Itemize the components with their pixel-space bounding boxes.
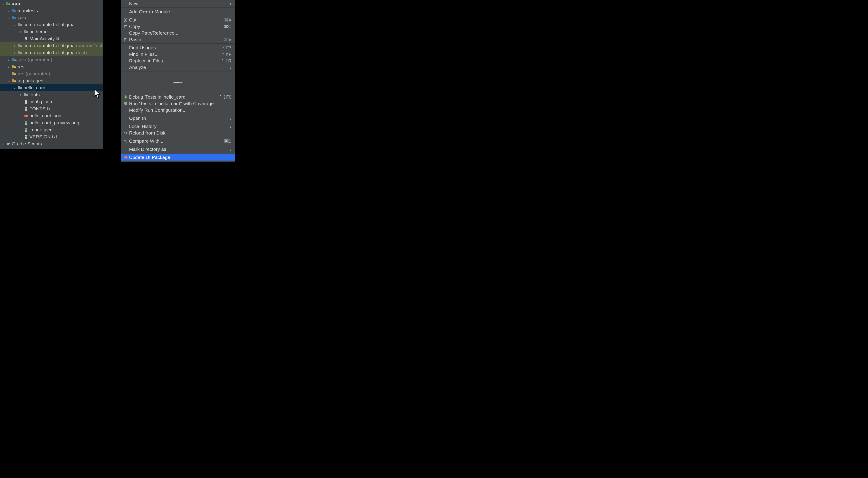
tree-row[interactable]: ›res: [0, 63, 103, 70]
tree-row[interactable]: config.json: [0, 98, 103, 105]
tree-row[interactable]: ⌄java: [0, 14, 103, 21]
svg-rect-37: [18, 87, 22, 89]
tree-row[interactable]: ›ui.theme: [0, 28, 103, 35]
text-file-icon: [24, 106, 29, 111]
menu-item[interactable]: Find in Files...⌃⇧F: [121, 51, 235, 57]
menu-item[interactable]: Update UI Package: [121, 154, 235, 160]
tree-row[interactable]: FONTS.txt: [0, 105, 103, 112]
tree-item-label: res: [18, 71, 24, 77]
svg-rect-57: [25, 135, 27, 139]
menu-item[interactable]: Mark Directory as›: [121, 146, 235, 152]
svg-rect-23: [12, 58, 14, 59]
reload-icon: [123, 131, 129, 135]
menu-item[interactable]: Find Usages⌥F7: [121, 44, 235, 51]
tree-item-label: app: [12, 1, 20, 6]
menu-item[interactable]: Local History›: [121, 123, 235, 129]
svg-rect-11: [24, 30, 26, 31]
tree-row[interactable]: ›fonts: [0, 91, 103, 98]
folder-icon: [12, 15, 17, 20]
chevron-right-icon[interactable]: ›: [12, 43, 18, 48]
menu-item[interactable]: Paste⌘V: [121, 36, 235, 43]
menu-separator: [121, 7, 235, 8]
tree-row[interactable]: hello_card.json: [0, 112, 103, 119]
chevron-right-icon: ›: [230, 65, 231, 70]
tree-row[interactable]: ›Gradle Scripts: [0, 140, 103, 147]
menu-item[interactable]: Copy Path/Reference...: [121, 30, 235, 36]
chevron-down-icon[interactable]: ⌄: [12, 22, 18, 27]
chevron-down-icon[interactable]: ⌄: [6, 16, 12, 20]
svg-rect-43: [25, 108, 27, 108]
menu-separator: [121, 153, 235, 153]
menu-item-label: Modify Run Configuration...: [129, 108, 231, 113]
tree-item-label: ui.theme: [29, 29, 48, 34]
menu-separator: [121, 93, 235, 93]
project-tree: ⌄app›manifests⌄java⌄com.example.hellofig…: [0, 0, 103, 149]
coverage-icon: [123, 101, 129, 106]
menu-item-shortcut: ⌃⇧R: [221, 58, 231, 63]
tree-row[interactable]: image.jpeg: [0, 126, 103, 133]
menu-item[interactable]: Modify Run Configuration...: [121, 107, 235, 113]
menu-item[interactable]: New›: [121, 0, 235, 7]
chevron-right-icon: ›: [230, 147, 231, 152]
svg-rect-8: [18, 23, 20, 24]
chevron-right-icon[interactable]: ›: [12, 51, 18, 55]
chevron-down-icon[interactable]: ⌄: [0, 1, 6, 6]
svg-point-65: [124, 21, 125, 22]
chevron-down-icon[interactable]: ⌄: [6, 79, 12, 83]
chevron-right-icon[interactable]: ›: [6, 8, 12, 13]
chevron-right-icon: ›: [230, 116, 231, 121]
chevron-right-icon[interactable]: ›: [6, 58, 12, 62]
menu-item[interactable]: Replace in Files...⌃⇧R: [121, 57, 235, 64]
menu-item[interactable]: Copy⌘C: [121, 23, 235, 30]
tree-row[interactable]: ›java(generated): [0, 56, 103, 63]
chevron-right-icon[interactable]: ›: [18, 30, 24, 34]
svg-rect-17: [18, 44, 20, 45]
chevron-down-icon[interactable]: ⌄: [12, 86, 18, 90]
svg-rect-61: [25, 138, 26, 138]
chevron-right-icon[interactable]: ›: [6, 65, 12, 69]
svg-rect-5: [12, 17, 16, 19]
menu-item-shortcut: ⌃⇧F: [221, 52, 231, 57]
chevron-right-icon[interactable]: ›: [0, 142, 6, 146]
tree-item-label: image.jpeg: [29, 127, 53, 132]
menu-item[interactable]: Reload from Disk: [121, 129, 235, 136]
menu-item[interactable]: Compare With...⌘D: [121, 138, 235, 144]
menu-item[interactable]: Open In›: [121, 115, 235, 121]
svg-rect-46: [25, 110, 26, 110]
menu-separator: [121, 122, 235, 122]
svg-rect-39: [24, 94, 28, 96]
svg-point-9: [21, 24, 22, 25]
menu-item[interactable]: Cut⌘X: [121, 17, 235, 23]
tree-row[interactable]: hello_card_preview.png: [0, 119, 103, 126]
tree-row[interactable]: ⌄com.example.hellofigma: [0, 21, 103, 28]
tree-item-label: res: [18, 64, 24, 69]
tree-row[interactable]: ›com.example.hellofigma(test): [0, 49, 103, 56]
menu-separator: [121, 71, 235, 71]
svg-rect-70: [125, 38, 126, 39]
package-icon: [18, 22, 23, 27]
svg-rect-3: [12, 10, 16, 12]
tree-row[interactable]: ⌄ui-packages: [0, 77, 103, 84]
menu-item-label: Analyze: [129, 65, 230, 70]
tree-row[interactable]: MainActivity.kt: [0, 35, 103, 42]
svg-rect-45: [25, 109, 27, 109]
menu-item[interactable]: Debug 'Tests in 'hello_card''⌃⇧F9: [121, 94, 235, 100]
tree-item-label: com.example.hellofigma: [24, 50, 74, 55]
menu-separator: [121, 16, 235, 16]
tree-row[interactable]: ›com.example.hellofigma(androidTest): [0, 42, 103, 49]
tree-row[interactable]: ⌄hello_card: [0, 84, 103, 91]
bug-icon: [123, 95, 129, 99]
chevron-right-icon[interactable]: ›: [18, 93, 24, 97]
tree-row[interactable]: ›manifests: [0, 7, 103, 14]
menu-item-shortcut: ⌘V: [224, 37, 231, 42]
tree-row[interactable]: VERSION.txt: [0, 133, 103, 140]
chevron-right-icon: ›: [230, 1, 231, 6]
tree-row[interactable]: ⌄app: [0, 0, 103, 7]
menu-item[interactable]: Analyze›: [121, 64, 235, 70]
tree-row[interactable]: res(generated): [0, 70, 103, 77]
menu-item-label: Mark Directory as: [129, 147, 230, 152]
menu-item[interactable]: Add C++ to Module: [121, 8, 235, 15]
menu-item[interactable]: Run 'Tests in 'hello_card'' with Coverag…: [121, 100, 235, 107]
menu-item-label: Local History: [129, 124, 230, 129]
svg-point-80: [125, 156, 127, 158]
